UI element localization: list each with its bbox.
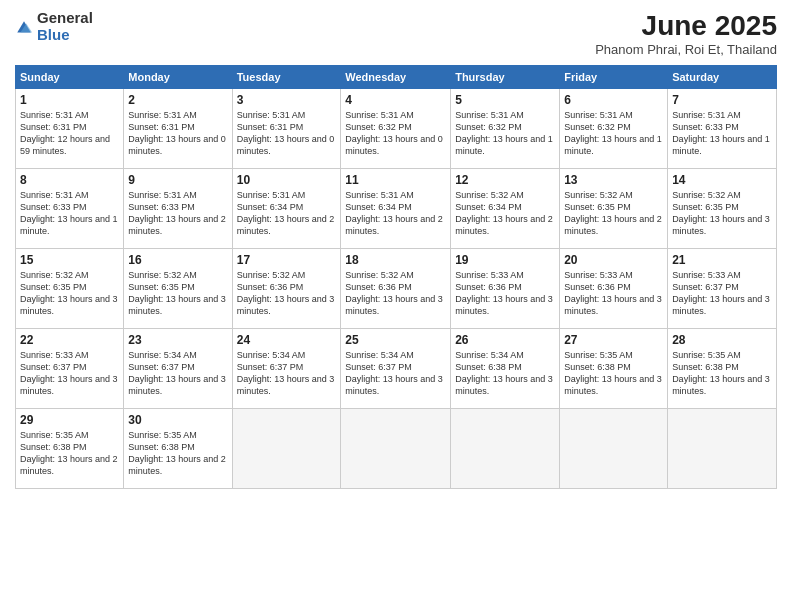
day-info: Sunrise: 5:31 AM Sunset: 6:32 PM Dayligh… (455, 109, 555, 158)
calendar-week-row: 15Sunrise: 5:32 AM Sunset: 6:35 PM Dayli… (16, 249, 777, 329)
calendar-week-row: 22Sunrise: 5:33 AM Sunset: 6:37 PM Dayli… (16, 329, 777, 409)
day-info: Sunrise: 5:32 AM Sunset: 6:36 PM Dayligh… (345, 269, 446, 318)
day-number: 20 (564, 253, 663, 267)
table-row: 7Sunrise: 5:31 AM Sunset: 6:33 PM Daylig… (668, 89, 777, 169)
day-number: 29 (20, 413, 119, 427)
table-row (341, 409, 451, 489)
day-number: 6 (564, 93, 663, 107)
day-info: Sunrise: 5:31 AM Sunset: 6:32 PM Dayligh… (345, 109, 446, 158)
col-sunday: Sunday (16, 66, 124, 89)
day-info: Sunrise: 5:31 AM Sunset: 6:33 PM Dayligh… (20, 189, 119, 238)
table-row: 9Sunrise: 5:31 AM Sunset: 6:33 PM Daylig… (124, 169, 232, 249)
table-row: 22Sunrise: 5:33 AM Sunset: 6:37 PM Dayli… (16, 329, 124, 409)
day-number: 7 (672, 93, 772, 107)
table-row: 26Sunrise: 5:34 AM Sunset: 6:38 PM Dayli… (451, 329, 560, 409)
col-thursday: Thursday (451, 66, 560, 89)
day-info: Sunrise: 5:34 AM Sunset: 6:37 PM Dayligh… (128, 349, 227, 398)
table-row: 14Sunrise: 5:32 AM Sunset: 6:35 PM Dayli… (668, 169, 777, 249)
table-row: 4Sunrise: 5:31 AM Sunset: 6:32 PM Daylig… (341, 89, 451, 169)
day-number: 10 (237, 173, 337, 187)
day-number: 9 (128, 173, 227, 187)
day-info: Sunrise: 5:35 AM Sunset: 6:38 PM Dayligh… (128, 429, 227, 478)
day-number: 17 (237, 253, 337, 267)
day-number: 12 (455, 173, 555, 187)
day-info: Sunrise: 5:31 AM Sunset: 6:34 PM Dayligh… (345, 189, 446, 238)
day-info: Sunrise: 5:33 AM Sunset: 6:37 PM Dayligh… (20, 349, 119, 398)
day-info: Sunrise: 5:31 AM Sunset: 6:31 PM Dayligh… (20, 109, 119, 158)
day-info: Sunrise: 5:33 AM Sunset: 6:36 PM Dayligh… (455, 269, 555, 318)
logo-blue: Blue (37, 27, 93, 44)
table-row: 28Sunrise: 5:35 AM Sunset: 6:38 PM Dayli… (668, 329, 777, 409)
day-number: 5 (455, 93, 555, 107)
col-wednesday: Wednesday (341, 66, 451, 89)
table-row: 23Sunrise: 5:34 AM Sunset: 6:37 PM Dayli… (124, 329, 232, 409)
table-row: 3Sunrise: 5:31 AM Sunset: 6:31 PM Daylig… (232, 89, 341, 169)
calendar-header-row: Sunday Monday Tuesday Wednesday Thursday… (16, 66, 777, 89)
day-number: 22 (20, 333, 119, 347)
day-info: Sunrise: 5:31 AM Sunset: 6:31 PM Dayligh… (237, 109, 337, 158)
calendar-week-row: 29Sunrise: 5:35 AM Sunset: 6:38 PM Dayli… (16, 409, 777, 489)
calendar-table: Sunday Monday Tuesday Wednesday Thursday… (15, 65, 777, 489)
day-number: 8 (20, 173, 119, 187)
day-number: 3 (237, 93, 337, 107)
month-title: June 2025 (595, 10, 777, 42)
table-row: 11Sunrise: 5:31 AM Sunset: 6:34 PM Dayli… (341, 169, 451, 249)
table-row: 29Sunrise: 5:35 AM Sunset: 6:38 PM Dayli… (16, 409, 124, 489)
page: General Blue June 2025 Phanom Phrai, Roi… (0, 0, 792, 612)
table-row: 8Sunrise: 5:31 AM Sunset: 6:33 PM Daylig… (16, 169, 124, 249)
table-row: 21Sunrise: 5:33 AM Sunset: 6:37 PM Dayli… (668, 249, 777, 329)
table-row: 27Sunrise: 5:35 AM Sunset: 6:38 PM Dayli… (560, 329, 668, 409)
day-number: 11 (345, 173, 446, 187)
day-number: 18 (345, 253, 446, 267)
table-row: 25Sunrise: 5:34 AM Sunset: 6:37 PM Dayli… (341, 329, 451, 409)
day-info: Sunrise: 5:32 AM Sunset: 6:35 PM Dayligh… (564, 189, 663, 238)
table-row: 19Sunrise: 5:33 AM Sunset: 6:36 PM Dayli… (451, 249, 560, 329)
day-info: Sunrise: 5:31 AM Sunset: 6:33 PM Dayligh… (128, 189, 227, 238)
table-row (232, 409, 341, 489)
table-row: 24Sunrise: 5:34 AM Sunset: 6:37 PM Dayli… (232, 329, 341, 409)
table-row: 16Sunrise: 5:32 AM Sunset: 6:35 PM Dayli… (124, 249, 232, 329)
day-number: 16 (128, 253, 227, 267)
header: General Blue June 2025 Phanom Phrai, Roi… (15, 10, 777, 57)
table-row: 12Sunrise: 5:32 AM Sunset: 6:34 PM Dayli… (451, 169, 560, 249)
day-number: 14 (672, 173, 772, 187)
day-number: 19 (455, 253, 555, 267)
day-info: Sunrise: 5:33 AM Sunset: 6:37 PM Dayligh… (672, 269, 772, 318)
day-info: Sunrise: 5:34 AM Sunset: 6:38 PM Dayligh… (455, 349, 555, 398)
day-info: Sunrise: 5:32 AM Sunset: 6:34 PM Dayligh… (455, 189, 555, 238)
day-number: 15 (20, 253, 119, 267)
table-row: 5Sunrise: 5:31 AM Sunset: 6:32 PM Daylig… (451, 89, 560, 169)
day-info: Sunrise: 5:31 AM Sunset: 6:32 PM Dayligh… (564, 109, 663, 158)
day-info: Sunrise: 5:33 AM Sunset: 6:36 PM Dayligh… (564, 269, 663, 318)
table-row: 6Sunrise: 5:31 AM Sunset: 6:32 PM Daylig… (560, 89, 668, 169)
day-info: Sunrise: 5:34 AM Sunset: 6:37 PM Dayligh… (237, 349, 337, 398)
title-area: June 2025 Phanom Phrai, Roi Et, Thailand (595, 10, 777, 57)
logo-general: General (37, 10, 93, 27)
day-info: Sunrise: 5:35 AM Sunset: 6:38 PM Dayligh… (20, 429, 119, 478)
day-number: 2 (128, 93, 227, 107)
day-info: Sunrise: 5:31 AM Sunset: 6:31 PM Dayligh… (128, 109, 227, 158)
day-info: Sunrise: 5:31 AM Sunset: 6:34 PM Dayligh… (237, 189, 337, 238)
day-number: 13 (564, 173, 663, 187)
calendar-week-row: 8Sunrise: 5:31 AM Sunset: 6:33 PM Daylig… (16, 169, 777, 249)
day-number: 26 (455, 333, 555, 347)
calendar-week-row: 1Sunrise: 5:31 AM Sunset: 6:31 PM Daylig… (16, 89, 777, 169)
day-number: 24 (237, 333, 337, 347)
table-row: 20Sunrise: 5:33 AM Sunset: 6:36 PM Dayli… (560, 249, 668, 329)
day-info: Sunrise: 5:32 AM Sunset: 6:35 PM Dayligh… (672, 189, 772, 238)
logo: General Blue (15, 10, 93, 43)
table-row (668, 409, 777, 489)
col-tuesday: Tuesday (232, 66, 341, 89)
col-monday: Monday (124, 66, 232, 89)
day-number: 30 (128, 413, 227, 427)
table-row: 18Sunrise: 5:32 AM Sunset: 6:36 PM Dayli… (341, 249, 451, 329)
day-info: Sunrise: 5:32 AM Sunset: 6:36 PM Dayligh… (237, 269, 337, 318)
day-info: Sunrise: 5:31 AM Sunset: 6:33 PM Dayligh… (672, 109, 772, 158)
table-row: 1Sunrise: 5:31 AM Sunset: 6:31 PM Daylig… (16, 89, 124, 169)
day-number: 28 (672, 333, 772, 347)
table-row: 17Sunrise: 5:32 AM Sunset: 6:36 PM Dayli… (232, 249, 341, 329)
day-number: 1 (20, 93, 119, 107)
day-number: 25 (345, 333, 446, 347)
table-row: 10Sunrise: 5:31 AM Sunset: 6:34 PM Dayli… (232, 169, 341, 249)
table-row (451, 409, 560, 489)
